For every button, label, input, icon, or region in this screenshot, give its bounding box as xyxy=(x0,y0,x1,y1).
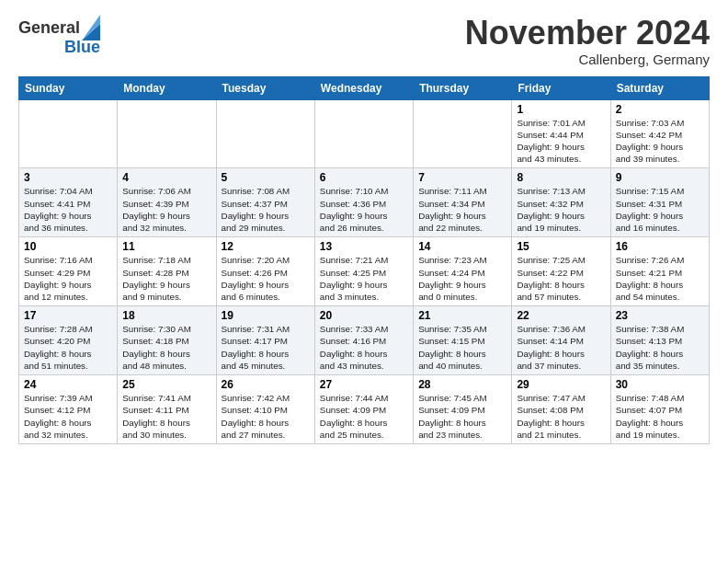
table-row: 30Sunrise: 7:48 AM Sunset: 4:07 PM Dayli… xyxy=(610,375,709,444)
day-info: Sunrise: 7:39 AM Sunset: 4:12 PM Dayligh… xyxy=(24,392,112,441)
day-info: Sunrise: 7:11 AM Sunset: 4:34 PM Dayligh… xyxy=(418,185,506,234)
day-number: 21 xyxy=(418,309,506,322)
day-info: Sunrise: 7:38 AM Sunset: 4:13 PM Dayligh… xyxy=(616,323,704,372)
calendar-week-5: 24Sunrise: 7:39 AM Sunset: 4:12 PM Dayli… xyxy=(19,375,710,444)
table-row: 1Sunrise: 7:01 AM Sunset: 4:44 PM Daylig… xyxy=(512,99,610,168)
table-row: 6Sunrise: 7:10 AM Sunset: 4:36 PM Daylig… xyxy=(314,168,413,237)
table-row: 28Sunrise: 7:45 AM Sunset: 4:09 PM Dayli… xyxy=(414,375,512,444)
day-number: 9 xyxy=(616,171,704,184)
calendar-week-4: 17Sunrise: 7:28 AM Sunset: 4:20 PM Dayli… xyxy=(19,306,710,375)
day-number: 7 xyxy=(418,171,506,184)
table-row: 14Sunrise: 7:23 AM Sunset: 4:24 PM Dayli… xyxy=(414,237,512,306)
col-thursday: Thursday xyxy=(414,76,512,99)
calendar-week-3: 10Sunrise: 7:16 AM Sunset: 4:29 PM Dayli… xyxy=(19,237,710,306)
table-row xyxy=(118,99,216,168)
table-row: 12Sunrise: 7:20 AM Sunset: 4:26 PM Dayli… xyxy=(216,237,314,306)
day-info: Sunrise: 7:31 AM Sunset: 4:17 PM Dayligh… xyxy=(222,323,310,372)
page: General Blue November 2024 Callenberg, G… xyxy=(0,0,728,563)
day-number: 1 xyxy=(517,103,605,116)
col-sunday: Sunday xyxy=(19,76,118,99)
day-info: Sunrise: 7:26 AM Sunset: 4:21 PM Dayligh… xyxy=(616,254,704,303)
table-row: 21Sunrise: 7:35 AM Sunset: 4:15 PM Dayli… xyxy=(414,306,512,375)
day-info: Sunrise: 7:18 AM Sunset: 4:28 PM Dayligh… xyxy=(122,254,210,303)
day-number: 11 xyxy=(122,240,210,253)
day-number: 4 xyxy=(122,171,210,184)
day-info: Sunrise: 7:35 AM Sunset: 4:15 PM Dayligh… xyxy=(418,323,506,372)
table-row: 17Sunrise: 7:28 AM Sunset: 4:20 PM Dayli… xyxy=(19,306,118,375)
day-info: Sunrise: 7:25 AM Sunset: 4:22 PM Dayligh… xyxy=(517,254,605,303)
day-number: 19 xyxy=(222,309,310,322)
table-row: 13Sunrise: 7:21 AM Sunset: 4:25 PM Dayli… xyxy=(314,237,413,306)
table-row: 27Sunrise: 7:44 AM Sunset: 4:09 PM Dayli… xyxy=(314,375,413,444)
calendar-week-1: 1Sunrise: 7:01 AM Sunset: 4:44 PM Daylig… xyxy=(19,99,710,168)
table-row: 18Sunrise: 7:30 AM Sunset: 4:18 PM Dayli… xyxy=(118,306,216,375)
table-row: 16Sunrise: 7:26 AM Sunset: 4:21 PM Dayli… xyxy=(610,237,709,306)
calendar-header-row: Sunday Monday Tuesday Wednesday Thursday… xyxy=(19,76,710,99)
day-info: Sunrise: 7:01 AM Sunset: 4:44 PM Dayligh… xyxy=(517,117,605,166)
table-row: 22Sunrise: 7:36 AM Sunset: 4:14 PM Dayli… xyxy=(512,306,610,375)
table-row: 29Sunrise: 7:47 AM Sunset: 4:08 PM Dayli… xyxy=(512,375,610,444)
day-number: 6 xyxy=(320,171,408,184)
calendar: Sunday Monday Tuesday Wednesday Thursday… xyxy=(18,76,710,444)
day-info: Sunrise: 7:42 AM Sunset: 4:10 PM Dayligh… xyxy=(222,392,310,441)
day-info: Sunrise: 7:08 AM Sunset: 4:37 PM Dayligh… xyxy=(222,185,310,234)
table-row xyxy=(314,99,413,168)
table-row: 10Sunrise: 7:16 AM Sunset: 4:29 PM Dayli… xyxy=(19,237,118,306)
day-info: Sunrise: 7:16 AM Sunset: 4:29 PM Dayligh… xyxy=(24,254,112,303)
day-number: 27 xyxy=(320,378,408,391)
day-info: Sunrise: 7:45 AM Sunset: 4:09 PM Dayligh… xyxy=(418,392,506,441)
table-row: 24Sunrise: 7:39 AM Sunset: 4:12 PM Dayli… xyxy=(19,375,118,444)
day-number: 29 xyxy=(517,378,605,391)
day-info: Sunrise: 7:21 AM Sunset: 4:25 PM Dayligh… xyxy=(320,254,408,303)
day-number: 12 xyxy=(222,240,310,253)
day-number: 23 xyxy=(616,309,704,322)
day-number: 10 xyxy=(24,240,112,253)
day-info: Sunrise: 7:04 AM Sunset: 4:41 PM Dayligh… xyxy=(24,185,112,234)
col-friday: Friday xyxy=(512,76,610,99)
day-info: Sunrise: 7:10 AM Sunset: 4:36 PM Dayligh… xyxy=(320,185,408,234)
day-info: Sunrise: 7:36 AM Sunset: 4:14 PM Dayligh… xyxy=(517,323,605,372)
day-info: Sunrise: 7:48 AM Sunset: 4:07 PM Dayligh… xyxy=(616,392,704,441)
day-info: Sunrise: 7:03 AM Sunset: 4:42 PM Dayligh… xyxy=(616,117,704,166)
logo-general-text: General xyxy=(18,19,80,38)
table-row: 15Sunrise: 7:25 AM Sunset: 4:22 PM Dayli… xyxy=(512,237,610,306)
day-number: 3 xyxy=(24,171,112,184)
day-info: Sunrise: 7:23 AM Sunset: 4:24 PM Dayligh… xyxy=(418,254,506,303)
day-number: 25 xyxy=(122,378,210,391)
table-row xyxy=(19,99,118,168)
col-tuesday: Tuesday xyxy=(216,76,314,99)
day-number: 30 xyxy=(616,378,704,391)
table-row: 19Sunrise: 7:31 AM Sunset: 4:17 PM Dayli… xyxy=(216,306,314,375)
table-row: 8Sunrise: 7:13 AM Sunset: 4:32 PM Daylig… xyxy=(512,168,610,237)
day-number: 14 xyxy=(418,240,506,253)
day-info: Sunrise: 7:41 AM Sunset: 4:11 PM Dayligh… xyxy=(122,392,210,441)
table-row: 23Sunrise: 7:38 AM Sunset: 4:13 PM Dayli… xyxy=(610,306,709,375)
day-number: 22 xyxy=(517,309,605,322)
table-row: 20Sunrise: 7:33 AM Sunset: 4:16 PM Dayli… xyxy=(314,306,413,375)
day-number: 20 xyxy=(320,309,408,322)
day-info: Sunrise: 7:47 AM Sunset: 4:08 PM Dayligh… xyxy=(517,392,605,441)
col-monday: Monday xyxy=(118,76,216,99)
day-info: Sunrise: 7:33 AM Sunset: 4:16 PM Dayligh… xyxy=(320,323,408,372)
col-wednesday: Wednesday xyxy=(314,76,413,99)
table-row: 4Sunrise: 7:06 AM Sunset: 4:39 PM Daylig… xyxy=(118,168,216,237)
day-info: Sunrise: 7:13 AM Sunset: 4:32 PM Dayligh… xyxy=(517,185,605,234)
day-info: Sunrise: 7:44 AM Sunset: 4:09 PM Dayligh… xyxy=(320,392,408,441)
title-area: November 2024 Callenberg, Germany xyxy=(465,15,710,67)
logo: General Blue xyxy=(18,15,100,57)
calendar-week-2: 3Sunrise: 7:04 AM Sunset: 4:41 PM Daylig… xyxy=(19,168,710,237)
table-row: 9Sunrise: 7:15 AM Sunset: 4:31 PM Daylig… xyxy=(610,168,709,237)
table-row: 26Sunrise: 7:42 AM Sunset: 4:10 PM Dayli… xyxy=(216,375,314,444)
table-row xyxy=(216,99,314,168)
location: Callenberg, Germany xyxy=(465,52,710,67)
day-number: 5 xyxy=(222,171,310,184)
day-number: 2 xyxy=(616,103,704,116)
day-info: Sunrise: 7:28 AM Sunset: 4:20 PM Dayligh… xyxy=(24,323,112,372)
day-number: 8 xyxy=(517,171,605,184)
logo-blue-text: Blue xyxy=(64,39,100,57)
day-number: 26 xyxy=(222,378,310,391)
table-row: 25Sunrise: 7:41 AM Sunset: 4:11 PM Dayli… xyxy=(118,375,216,444)
table-row: 3Sunrise: 7:04 AM Sunset: 4:41 PM Daylig… xyxy=(19,168,118,237)
day-info: Sunrise: 7:30 AM Sunset: 4:18 PM Dayligh… xyxy=(122,323,210,372)
month-title: November 2024 xyxy=(465,15,710,52)
